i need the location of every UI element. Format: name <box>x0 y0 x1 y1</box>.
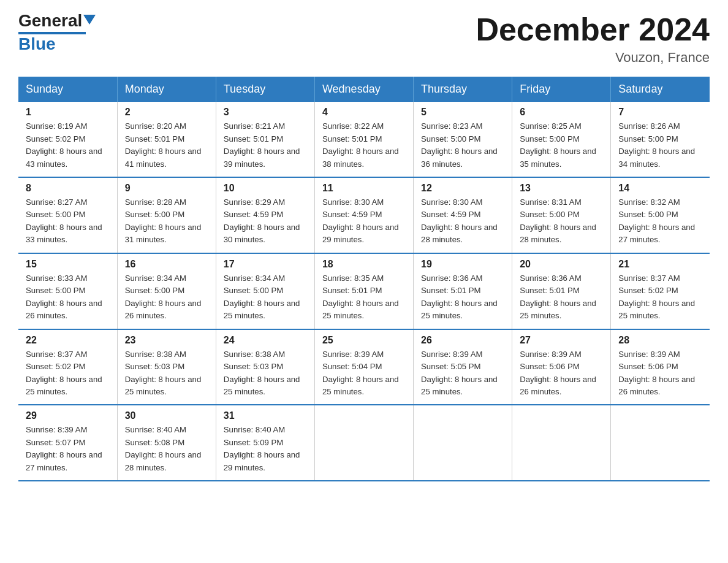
day-cell <box>314 405 413 481</box>
day-info: Sunrise: 8:29 AM Sunset: 4:59 PM Dayligh… <box>224 196 308 247</box>
header-day-monday: Monday <box>117 77 216 102</box>
day-number: 24 <box>224 335 308 346</box>
day-number: 27 <box>520 335 604 346</box>
day-info: Sunrise: 8:38 AM Sunset: 5:03 PM Dayligh… <box>125 348 210 399</box>
day-cell: 7 Sunrise: 8:26 AM Sunset: 5:00 PM Dayli… <box>611 102 710 177</box>
calendar-body: 1 Sunrise: 8:19 AM Sunset: 5:02 PM Dayli… <box>18 102 710 481</box>
day-cell: 20 Sunrise: 8:36 AM Sunset: 5:01 PM Dayl… <box>512 253 611 329</box>
day-info: Sunrise: 8:39 AM Sunset: 5:04 PM Dayligh… <box>322 348 407 399</box>
header-day-sunday: Sunday <box>18 77 117 102</box>
day-number: 16 <box>125 259 210 270</box>
day-info: Sunrise: 8:35 AM Sunset: 5:01 PM Dayligh… <box>322 272 407 323</box>
location: Vouzon, France <box>476 50 710 66</box>
day-info: Sunrise: 8:25 AM Sunset: 5:00 PM Dayligh… <box>520 120 604 170</box>
week-row-4: 22 Sunrise: 8:37 AM Sunset: 5:02 PM Dayl… <box>18 329 710 405</box>
day-cell: 11 Sunrise: 8:30 AM Sunset: 4:59 PM Dayl… <box>314 177 413 253</box>
day-info: Sunrise: 8:20 AM Sunset: 5:01 PM Dayligh… <box>125 120 210 170</box>
header-day-friday: Friday <box>512 77 611 102</box>
day-cell: 16 Sunrise: 8:34 AM Sunset: 5:00 PM Dayl… <box>117 253 216 329</box>
logo-triangle-icon <box>83 15 96 25</box>
day-number: 22 <box>26 335 111 346</box>
day-info: Sunrise: 8:33 AM Sunset: 5:00 PM Dayligh… <box>26 272 111 323</box>
day-cell: 31 Sunrise: 8:40 AM Sunset: 5:09 PM Dayl… <box>216 405 314 481</box>
day-info: Sunrise: 8:36 AM Sunset: 5:01 PM Dayligh… <box>421 272 506 323</box>
day-info: Sunrise: 8:39 AM Sunset: 5:06 PM Dayligh… <box>618 348 703 399</box>
day-cell: 8 Sunrise: 8:27 AM Sunset: 5:00 PM Dayli… <box>18 177 117 253</box>
day-number: 20 <box>520 259 604 270</box>
day-info: Sunrise: 8:37 AM Sunset: 5:02 PM Dayligh… <box>618 272 703 323</box>
day-info: Sunrise: 8:30 AM Sunset: 4:59 PM Dayligh… <box>322 196 407 247</box>
day-info: Sunrise: 8:39 AM Sunset: 5:07 PM Dayligh… <box>26 424 111 474</box>
logo: General Blue <box>18 12 96 54</box>
day-cell: 13 Sunrise: 8:31 AM Sunset: 5:00 PM Dayl… <box>512 177 611 253</box>
day-number: 10 <box>224 183 308 194</box>
logo-text: General <box>18 12 96 29</box>
day-info: Sunrise: 8:39 AM Sunset: 5:05 PM Dayligh… <box>421 348 506 399</box>
day-number: 17 <box>224 259 308 270</box>
day-number: 30 <box>125 410 210 421</box>
day-number: 7 <box>618 107 703 118</box>
header-row: SundayMondayTuesdayWednesdayThursdayFrid… <box>18 77 710 102</box>
day-cell <box>512 405 611 481</box>
header-day-wednesday: Wednesday <box>314 77 413 102</box>
day-info: Sunrise: 8:36 AM Sunset: 5:01 PM Dayligh… <box>520 272 604 323</box>
day-number: 31 <box>224 410 308 421</box>
header-day-tuesday: Tuesday <box>216 77 314 102</box>
day-cell: 1 Sunrise: 8:19 AM Sunset: 5:02 PM Dayli… <box>18 102 117 177</box>
day-number: 19 <box>421 259 506 270</box>
week-row-2: 8 Sunrise: 8:27 AM Sunset: 5:00 PM Dayli… <box>18 177 710 253</box>
day-info: Sunrise: 8:32 AM Sunset: 5:00 PM Dayligh… <box>618 196 703 247</box>
day-cell: 22 Sunrise: 8:37 AM Sunset: 5:02 PM Dayl… <box>18 329 117 405</box>
day-cell: 18 Sunrise: 8:35 AM Sunset: 5:01 PM Dayl… <box>314 253 413 329</box>
day-info: Sunrise: 8:30 AM Sunset: 4:59 PM Dayligh… <box>421 196 506 247</box>
week-row-3: 15 Sunrise: 8:33 AM Sunset: 5:00 PM Dayl… <box>18 253 710 329</box>
day-cell: 30 Sunrise: 8:40 AM Sunset: 5:08 PM Dayl… <box>117 405 216 481</box>
day-info: Sunrise: 8:22 AM Sunset: 5:01 PM Dayligh… <box>322 120 407 170</box>
day-cell: 21 Sunrise: 8:37 AM Sunset: 5:02 PM Dayl… <box>611 253 710 329</box>
page-header: General Blue December 2024 Vouzon, Franc… <box>18 12 710 66</box>
day-number: 2 <box>125 107 210 118</box>
header-day-saturday: Saturday <box>611 77 710 102</box>
title-area: December 2024 Vouzon, France <box>476 12 710 66</box>
day-info: Sunrise: 8:34 AM Sunset: 5:00 PM Dayligh… <box>224 272 308 323</box>
day-cell: 24 Sunrise: 8:38 AM Sunset: 5:03 PM Dayl… <box>216 329 314 405</box>
day-cell: 5 Sunrise: 8:23 AM Sunset: 5:00 PM Dayli… <box>414 102 512 177</box>
calendar-table: SundayMondayTuesdayWednesdayThursdayFrid… <box>18 77 710 481</box>
day-info: Sunrise: 8:28 AM Sunset: 5:00 PM Dayligh… <box>125 196 210 247</box>
day-number: 5 <box>421 107 506 118</box>
week-row-5: 29 Sunrise: 8:39 AM Sunset: 5:07 PM Dayl… <box>18 405 710 481</box>
week-row-1: 1 Sunrise: 8:19 AM Sunset: 5:02 PM Dayli… <box>18 102 710 177</box>
day-number: 3 <box>224 107 308 118</box>
day-info: Sunrise: 8:26 AM Sunset: 5:00 PM Dayligh… <box>618 120 703 170</box>
logo-blue-text: Blue <box>18 34 56 53</box>
day-cell: 9 Sunrise: 8:28 AM Sunset: 5:00 PM Dayli… <box>117 177 216 253</box>
day-info: Sunrise: 8:31 AM Sunset: 5:00 PM Dayligh… <box>520 196 604 247</box>
day-number: 4 <box>322 107 407 118</box>
day-info: Sunrise: 8:40 AM Sunset: 5:08 PM Dayligh… <box>125 424 210 474</box>
day-cell: 3 Sunrise: 8:21 AM Sunset: 5:01 PM Dayli… <box>216 102 314 177</box>
day-cell: 28 Sunrise: 8:39 AM Sunset: 5:06 PM Dayl… <box>611 329 710 405</box>
day-cell: 15 Sunrise: 8:33 AM Sunset: 5:00 PM Dayl… <box>18 253 117 329</box>
day-number: 21 <box>618 259 703 270</box>
day-number: 14 <box>618 183 703 194</box>
day-cell: 23 Sunrise: 8:38 AM Sunset: 5:03 PM Dayl… <box>117 329 216 405</box>
day-number: 28 <box>618 335 703 346</box>
day-cell: 12 Sunrise: 8:30 AM Sunset: 4:59 PM Dayl… <box>414 177 512 253</box>
day-number: 29 <box>26 410 111 421</box>
header-day-thursday: Thursday <box>414 77 512 102</box>
calendar-header: SundayMondayTuesdayWednesdayThursdayFrid… <box>18 77 710 102</box>
day-info: Sunrise: 8:21 AM Sunset: 5:01 PM Dayligh… <box>224 120 308 170</box>
day-cell: 27 Sunrise: 8:39 AM Sunset: 5:06 PM Dayl… <box>512 329 611 405</box>
day-number: 8 <box>26 183 111 194</box>
day-number: 9 <box>125 183 210 194</box>
logo-general: General <box>18 11 82 30</box>
day-cell: 25 Sunrise: 8:39 AM Sunset: 5:04 PM Dayl… <box>314 329 413 405</box>
day-number: 26 <box>421 335 506 346</box>
day-number: 12 <box>421 183 506 194</box>
day-info: Sunrise: 8:27 AM Sunset: 5:00 PM Dayligh… <box>26 196 111 247</box>
day-cell: 29 Sunrise: 8:39 AM Sunset: 5:07 PM Dayl… <box>18 405 117 481</box>
day-cell: 6 Sunrise: 8:25 AM Sunset: 5:00 PM Dayli… <box>512 102 611 177</box>
day-cell: 26 Sunrise: 8:39 AM Sunset: 5:05 PM Dayl… <box>414 329 512 405</box>
day-info: Sunrise: 8:38 AM Sunset: 5:03 PM Dayligh… <box>224 348 308 399</box>
day-info: Sunrise: 8:19 AM Sunset: 5:02 PM Dayligh… <box>26 120 111 170</box>
